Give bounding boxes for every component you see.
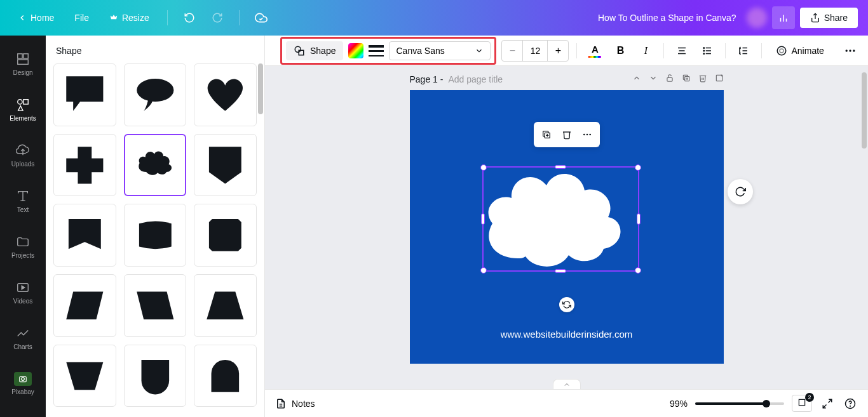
sidebar-item-pixabay[interactable]: Pixabay [0, 361, 46, 406]
resize-handle-b[interactable] [555, 269, 566, 273]
resize-handle-t[interactable] [555, 165, 566, 169]
duplicate-page-button[interactable] [682, 74, 691, 85]
uploads-icon [15, 143, 31, 158]
divider [239, 10, 240, 25]
resize-handle-bl[interactable] [480, 267, 487, 274]
resize-handle-r[interactable] [637, 213, 641, 225]
sidebar-item-videos[interactable]: Videos [0, 269, 46, 315]
canvas-scroll[interactable]: Page 1 - Add page title [265, 66, 868, 389]
resize-handle-tr[interactable] [635, 164, 641, 171]
resize-label: Resize [122, 13, 149, 23]
regenerate-button[interactable] [728, 179, 753, 204]
redo-button[interactable] [206, 6, 229, 29]
shape-plaque[interactable] [124, 204, 187, 267]
user-avatar[interactable] [747, 8, 767, 28]
page-grid-button[interactable]: 2 [792, 395, 812, 412]
undo-button[interactable] [178, 6, 201, 29]
canvas-page-1[interactable]: www.websitebuilderinsider.com [410, 90, 724, 364]
shape-parallelogram-left[interactable] [124, 274, 187, 337]
zoom-slider-thumb[interactable] [763, 400, 770, 407]
font-size-group: − + [501, 40, 569, 62]
panel-toggle-button[interactable] [553, 379, 581, 389]
shape-tool-label: Shape [310, 46, 336, 56]
help-button[interactable] [843, 396, 858, 411]
notes-icon [275, 398, 287, 409]
list-button[interactable] [697, 41, 717, 61]
border-style-picker[interactable] [369, 45, 384, 56]
font-size-increase[interactable]: + [548, 41, 568, 61]
more-button[interactable] [840, 41, 860, 61]
shape-shield[interactable] [194, 134, 257, 197]
text-icon [15, 189, 31, 204]
shape-cloud[interactable] [124, 134, 187, 197]
duplicate-element-button[interactable] [538, 126, 555, 143]
highlight-annotation: Shape Canva Sans [280, 37, 496, 65]
chevron-left-icon [18, 13, 27, 22]
shape-arch-top[interactable] [194, 345, 257, 407]
file-menu[interactable]: File [67, 8, 97, 28]
sidebar-item-text[interactable]: Text [0, 178, 46, 223]
document-title[interactable]: How To Outline a Shape in Canva? [273, 13, 747, 23]
shape-plus[interactable] [53, 134, 116, 197]
resize-handle-l[interactable] [481, 213, 485, 225]
shape-heart[interactable] [194, 63, 257, 126]
insights-button[interactable] [772, 6, 795, 29]
font-family-select[interactable]: Canva Sans [389, 41, 491, 60]
resize-handle-tl[interactable] [480, 164, 487, 171]
panel-scroll-area[interactable] [46, 63, 264, 417]
cloud-save-button[interactable] [250, 6, 273, 29]
rotate-handle[interactable] [559, 297, 574, 312]
scrollbar-thumb[interactable] [258, 63, 263, 114]
shape-banner-notch[interactable] [53, 204, 116, 267]
shape-speech-round[interactable] [124, 63, 187, 126]
spacing-button[interactable] [733, 41, 754, 61]
delete-page-button[interactable] [698, 74, 707, 85]
shape-tool-button[interactable]: Shape [286, 41, 343, 60]
page-number-label: Page 1 - [410, 74, 444, 84]
resize-handle-br[interactable] [635, 267, 641, 274]
page-title-input[interactable]: Add page title [448, 74, 627, 84]
page-up-button[interactable] [632, 74, 641, 85]
svg-rect-5 [24, 53, 28, 58]
share-button[interactable]: Share [800, 8, 858, 28]
shape-arch-bottom[interactable] [124, 345, 187, 407]
fill-color-picker[interactable] [348, 43, 363, 58]
charts-icon [15, 326, 31, 341]
home-button[interactable]: Home [10, 8, 62, 28]
delete-element-button[interactable] [558, 126, 576, 143]
lock-button[interactable] [665, 74, 674, 85]
scrollbar-thumb[interactable] [862, 72, 867, 149]
shape-parallelogram-right[interactable] [53, 274, 116, 337]
sidebar-item-projects[interactable]: Projects [0, 223, 46, 269]
bold-button[interactable]: B [610, 41, 630, 61]
font-size-decrease[interactable]: − [502, 41, 522, 61]
shape-trapezoid-down[interactable] [53, 345, 116, 407]
shape-trapezoid-up[interactable] [194, 274, 257, 337]
alignment-button[interactable] [672, 41, 692, 61]
page-down-button[interactable] [649, 74, 658, 85]
align-icon [676, 45, 688, 56]
add-page-button[interactable] [715, 74, 724, 85]
svg-point-33 [778, 46, 787, 55]
text-color-button[interactable]: A [585, 41, 605, 61]
sidebar-item-design[interactable]: Design [0, 41, 46, 86]
zoom-percentage[interactable]: 99% [670, 399, 688, 409]
fullscreen-button[interactable] [820, 396, 835, 411]
shape-rounded-cut[interactable] [194, 204, 257, 267]
redo-icon [212, 12, 223, 23]
sidebar-item-uploads[interactable]: Uploads [0, 132, 46, 178]
zoom-slider[interactable] [695, 402, 784, 405]
notes-button[interactable]: Notes [275, 398, 315, 409]
selection-box[interactable] [482, 166, 639, 272]
sidebar-item-charts[interactable]: Charts [0, 315, 46, 361]
element-more-button[interactable] [578, 126, 596, 143]
shapes-grid [53, 63, 257, 407]
italic-button[interactable]: I [635, 41, 656, 61]
sidebar-item-elements[interactable]: Elements [0, 86, 46, 132]
chevron-down-icon [475, 46, 484, 55]
animate-button[interactable]: Animate [770, 41, 830, 60]
font-size-input[interactable] [522, 41, 548, 61]
resize-button[interactable]: Resize [102, 8, 157, 28]
svg-point-36 [849, 50, 851, 51]
shape-speech-square[interactable] [53, 63, 116, 126]
